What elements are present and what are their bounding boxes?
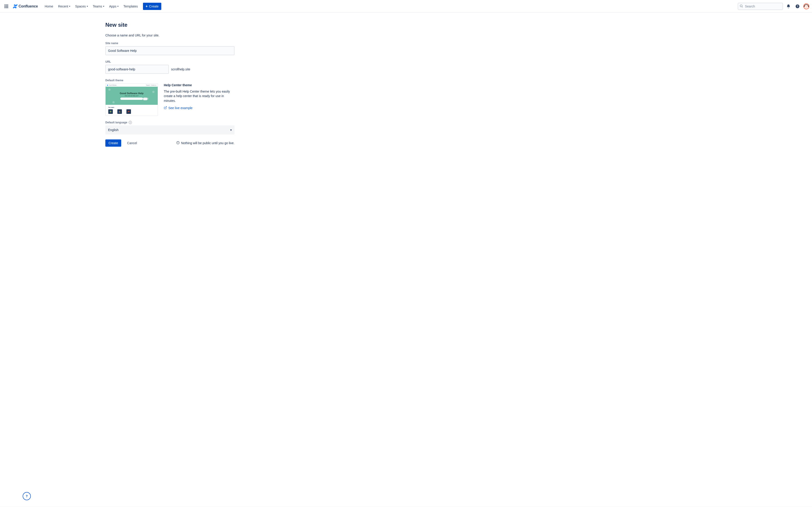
svg-line-9 [165, 107, 166, 108]
create-button-label: Create [149, 5, 159, 8]
plus-icon: + [146, 5, 148, 8]
confluence-logo[interactable]: Confluence [11, 4, 40, 9]
theme-name: Help Center theme [164, 83, 235, 87]
chevron-down-icon: ▾ [230, 128, 232, 132]
chevron-down-icon: ▾ [69, 5, 70, 7]
nav-item-templates[interactable]: Templates [121, 3, 140, 9]
search-icon [740, 4, 743, 8]
notice-text: Nothing will be public until you go live… [181, 141, 235, 145]
theme-description: Help Center theme The pre-built Help Cen… [164, 83, 235, 110]
form-actions: Create Cancel Nothing will be public unt… [105, 139, 235, 147]
external-link-icon [164, 106, 167, 110]
page-intro: Choose a name and URL for your site. [105, 34, 235, 37]
language-select[interactable]: English ▾ [105, 125, 235, 134]
submit-create-button[interactable]: Create [105, 139, 121, 147]
cancel-button[interactable]: Cancel [125, 140, 139, 146]
info-icon[interactable]: i [129, 121, 132, 124]
nav-item-teams[interactable]: Teams▾ [91, 3, 106, 9]
nav-item-apps[interactable]: Apps▾ [107, 3, 121, 9]
create-button[interactable]: + Create [143, 3, 161, 10]
nav-item-spaces[interactable]: Spaces▾ [73, 3, 90, 9]
svg-point-0 [740, 5, 742, 7]
nav-item-home[interactable]: Home [42, 3, 55, 9]
see-live-example-label: See live example [168, 106, 193, 110]
help-icon[interactable]: ? [794, 3, 801, 10]
search-input[interactable] [738, 3, 783, 10]
chevron-down-icon: ▾ [87, 5, 88, 7]
chevron-down-icon: ▾ [117, 5, 118, 7]
app-switcher-icon[interactable] [3, 3, 10, 10]
nav-item-recent[interactable]: Recent▾ [56, 3, 72, 9]
top-nav: Confluence Home Recent▾ Spaces▾ Teams▾ A… [0, 0, 812, 13]
see-live-example-link[interactable]: See live example [164, 106, 235, 110]
url-suffix: scrollhelp.site [171, 67, 190, 71]
field-url: URL scrollhelp.site [105, 60, 235, 74]
language-value: English [108, 128, 118, 132]
notifications-icon[interactable] [785, 3, 792, 10]
primary-nav: Home Recent▾ Spaces▾ Teams▾ Apps▾ Templa… [42, 3, 140, 9]
svg-line-1 [742, 7, 743, 7]
svg-rect-8 [120, 112, 120, 112]
chevron-down-icon: ▾ [103, 5, 104, 7]
page-title: New site [105, 22, 235, 28]
language-label: Default language i [105, 121, 235, 124]
global-search[interactable] [738, 3, 783, 10]
svg-text:?: ? [797, 5, 798, 8]
svg-point-5 [110, 111, 111, 112]
public-notice: Nothing will be public until you go live… [176, 141, 235, 145]
product-name: Confluence [18, 4, 38, 8]
profile-avatar[interactable] [803, 3, 809, 9]
site-name-label: Site name [105, 42, 235, 45]
theme-preview: Good Software Support Contact us Good So… [105, 83, 158, 116]
field-default-language: Default language i English ▾ [105, 121, 235, 134]
svg-rect-7 [119, 111, 120, 112]
field-default-theme: Default theme Good Software Support Cont… [105, 79, 235, 116]
info-icon [176, 141, 180, 145]
field-site-name: Site name [105, 42, 235, 55]
theme-label: Default theme [105, 79, 235, 82]
svg-point-12 [178, 142, 178, 142]
site-name-input[interactable] [105, 46, 235, 55]
confluence-icon [13, 4, 18, 9]
url-label: URL [105, 60, 235, 63]
new-site-form: New site Choose a name and URL for your … [105, 22, 235, 147]
theme-desc-text: The pre-built Help Center theme lets you… [164, 89, 235, 103]
url-input[interactable] [105, 65, 169, 74]
svg-rect-6 [119, 111, 119, 112]
